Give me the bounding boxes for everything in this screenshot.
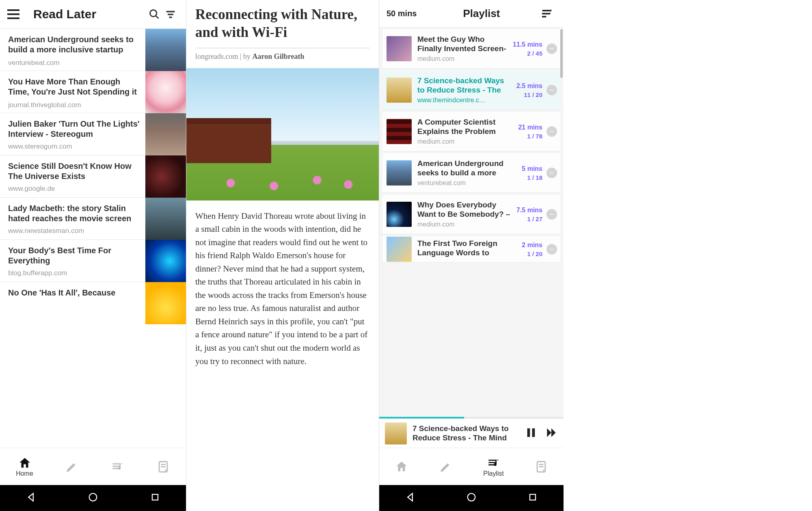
svg-point-8 bbox=[89, 494, 97, 501]
pause-icon[interactable] bbox=[525, 426, 538, 441]
playlist-row[interactable]: Meet the Guy Who Finally Invented Screen… bbox=[382, 29, 560, 68]
article-source: www.stereogum.com bbox=[8, 142, 140, 151]
article-thumbnail bbox=[145, 71, 186, 113]
svg-rect-9 bbox=[152, 494, 158, 500]
android-back-icon[interactable] bbox=[404, 492, 416, 505]
article-source: venturebeat.com bbox=[8, 59, 140, 67]
android-recent-icon[interactable] bbox=[527, 492, 538, 505]
playlist-item-title: 7 Science-backed Ways to Reduce Stress -… bbox=[417, 76, 511, 95]
nav-playlist[interactable] bbox=[111, 460, 125, 474]
article-row[interactable]: Lady Macbeth: the story Stalin hated rea… bbox=[0, 197, 186, 239]
playlist-row[interactable]: 7 Science-backed Ways to Reduce Stress -… bbox=[382, 71, 560, 110]
svg-rect-10 bbox=[542, 10, 552, 11]
article-thumbnail bbox=[145, 282, 186, 324]
android-recent-icon[interactable] bbox=[149, 492, 161, 505]
android-home-icon[interactable] bbox=[466, 492, 477, 505]
svg-rect-3 bbox=[168, 14, 173, 15]
remove-icon[interactable]: − bbox=[546, 209, 557, 220]
article-byline: longreads.com | by Aaron Gilbreath bbox=[195, 52, 370, 61]
article-row[interactable]: Your Body's Best Time For Everythingblog… bbox=[0, 239, 186, 282]
remove-icon[interactable]: − bbox=[546, 168, 557, 178]
bottom-nav-left: Home bbox=[0, 448, 186, 485]
playlist-item-source: medium.com bbox=[417, 221, 511, 228]
filter-icon[interactable] bbox=[162, 6, 179, 22]
android-nav-right bbox=[379, 485, 564, 511]
article-author: Aaron Gilbreath bbox=[253, 52, 304, 60]
remove-icon[interactable]: − bbox=[546, 85, 557, 95]
playlist-item-meta: 11.5 mins2 / 45 bbox=[511, 41, 542, 57]
article-source: journal.thriveglobal.com bbox=[8, 101, 140, 109]
mini-player-controls bbox=[525, 426, 558, 441]
article-thumbnail bbox=[145, 29, 186, 71]
mini-player-thumb[interactable] bbox=[385, 423, 407, 444]
article-row[interactable]: Science Still Doesn't Know How The Unive… bbox=[0, 155, 186, 197]
playlist-row[interactable]: Why Does Everybody Want to Be Somebody? … bbox=[382, 195, 560, 234]
playlist-row[interactable]: A Computer Scientist Explains the Proble… bbox=[382, 112, 560, 151]
svg-rect-11 bbox=[542, 13, 551, 15]
android-nav-left bbox=[0, 485, 186, 511]
svg-rect-2 bbox=[166, 11, 175, 12]
article-title: You Have More Than Enough Time, You're J… bbox=[8, 77, 140, 98]
nav-home[interactable] bbox=[395, 460, 408, 474]
article-thumbnail bbox=[145, 240, 186, 282]
article-domain: longreads.com bbox=[195, 52, 238, 60]
article-hero-image bbox=[186, 68, 379, 201]
playback-progress[interactable] bbox=[379, 417, 564, 418]
article-source: blog.bufferapp.com bbox=[8, 269, 140, 277]
left-header: Read Later bbox=[0, 0, 186, 28]
playlist-row[interactable]: American Underground seeks to build a mo… bbox=[382, 153, 560, 192]
playlist-duration: 50 mins bbox=[387, 9, 423, 18]
playlist-item-title: American Underground seeks to build a mo… bbox=[417, 159, 511, 178]
article-row[interactable]: You Have More Than Enough Time, You're J… bbox=[0, 71, 186, 113]
svg-rect-4 bbox=[169, 17, 172, 18]
playlist-list[interactable]: Meet the Guy Who Finally Invented Screen… bbox=[379, 27, 564, 417]
nav-home[interactable]: Home bbox=[16, 456, 33, 477]
playlist-item-meta: 2.5 mins11 / 20 bbox=[511, 82, 542, 98]
read-later-panel: Read Later American Underground seeks to… bbox=[0, 0, 186, 511]
nav-highlight[interactable] bbox=[65, 460, 79, 474]
article-title: Science Still Doesn't Know How The Unive… bbox=[8, 161, 140, 181]
article-list[interactable]: American Underground seeks to build a mo… bbox=[0, 28, 186, 448]
page-title: Playlist bbox=[423, 7, 540, 20]
article-source: www.newstatesman.com bbox=[8, 227, 140, 235]
page-title: Read Later bbox=[33, 7, 146, 21]
article-title: American Underground seeks to build a mo… bbox=[8, 34, 140, 56]
article-source: www.google.de bbox=[8, 185, 140, 193]
article-headline: Reconnecting with Nature, and with Wi-Fi bbox=[195, 6, 370, 41]
svg-point-18 bbox=[468, 494, 475, 501]
playlist-item-meta: 21 mins1 / 78 bbox=[511, 124, 542, 140]
remove-icon[interactable]: − bbox=[546, 126, 557, 137]
article-row[interactable]: No One 'Has It All', Because 'Having It bbox=[0, 282, 186, 301]
svg-point-0 bbox=[150, 10, 157, 17]
nav-notes[interactable] bbox=[534, 460, 548, 474]
fast-forward-icon[interactable] bbox=[545, 426, 558, 441]
playlist-panel: 50 mins Playlist Meet the Guy Who Finall… bbox=[379, 0, 564, 511]
playlist-item-meta: 2 mins1 / 20 bbox=[511, 241, 542, 257]
article-title: Lady Macbeth: the story Stalin hated rea… bbox=[8, 203, 140, 224]
remove-icon[interactable]: − bbox=[546, 244, 557, 254]
article-title: Julien Baker 'Turn Out The Lights' Inter… bbox=[8, 119, 140, 139]
article-title: No One 'Has It All', Because 'Having It bbox=[8, 288, 140, 298]
svg-rect-13 bbox=[527, 428, 530, 437]
article-thumbnail bbox=[145, 155, 186, 198]
svg-rect-19 bbox=[530, 494, 536, 500]
article-row[interactable]: Julien Baker 'Turn Out The Lights' Inter… bbox=[0, 113, 186, 155]
nav-playlist[interactable]: Playlist bbox=[483, 456, 504, 477]
mini-player: 7 Science-backed Ways to Reduce Stress -… bbox=[379, 418, 564, 448]
svg-rect-14 bbox=[532, 428, 535, 437]
playlist-thumbnail bbox=[387, 237, 412, 262]
android-home-icon[interactable] bbox=[87, 492, 99, 505]
playlist-thumbnail bbox=[387, 119, 412, 144]
article-row[interactable]: American Underground seeks to build a mo… bbox=[0, 28, 186, 71]
playlist-menu-icon[interactable] bbox=[540, 5, 556, 22]
playlist-row[interactable]: The First Two Foreign Language Words to … bbox=[382, 236, 560, 262]
hamburger-menu-icon[interactable] bbox=[7, 7, 22, 22]
article-content[interactable]: Reconnecting with Nature, and with Wi-Fi… bbox=[186, 0, 379, 376]
remove-icon[interactable]: − bbox=[546, 43, 557, 54]
search-icon[interactable] bbox=[146, 6, 162, 22]
nav-notes[interactable] bbox=[156, 460, 170, 474]
scrollbar[interactable] bbox=[560, 29, 563, 78]
article-thumbnail bbox=[145, 198, 186, 240]
nav-highlight[interactable] bbox=[439, 460, 453, 474]
android-back-icon[interactable] bbox=[25, 492, 37, 505]
